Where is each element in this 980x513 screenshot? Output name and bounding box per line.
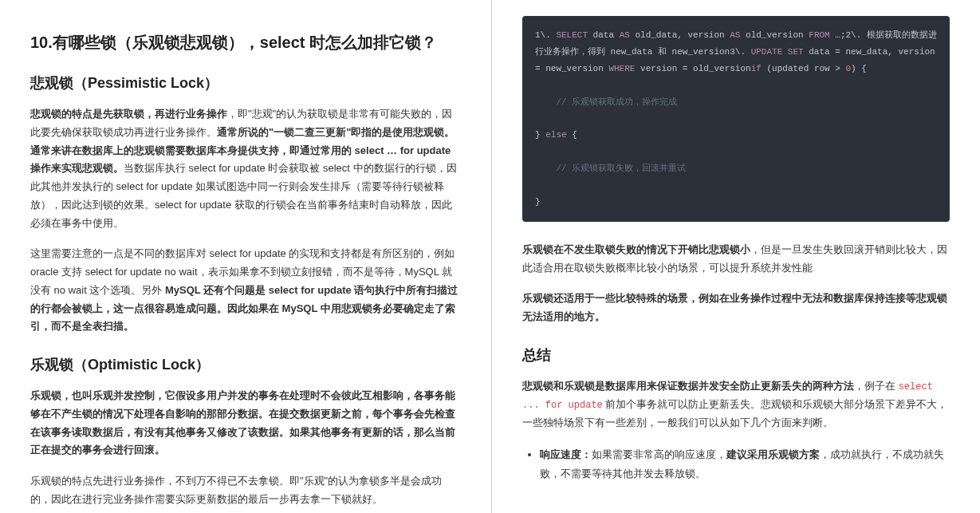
code-comment: // 乐观锁获取成功，操作完成 bbox=[556, 97, 677, 107]
code-text: } bbox=[535, 130, 545, 140]
optimistic-para-2: 乐观锁的特点先进行业务操作，不到万不得已不去拿锁。即"乐观"的认为拿锁多半是会成… bbox=[30, 472, 461, 509]
text: 如果需要非常高的响应速度， bbox=[592, 448, 726, 460]
code-text: old_data, version bbox=[630, 30, 730, 40]
code-text: ) { bbox=[851, 64, 867, 73]
pessimistic-para-2: 这里需要注意的一点是不同的数据库对 select for update 的实现和… bbox=[30, 245, 461, 336]
code-keyword: FROM bbox=[809, 30, 829, 40]
bold-text: 乐观锁在不发生取锁失败的情况下开销比悲观锁小 bbox=[522, 243, 750, 255]
right-column: 1\. SELECT data AS old_data, version AS … bbox=[492, 0, 980, 513]
left-column: 10.有哪些锁（乐观锁悲观锁），select 时怎么加排它锁？ 悲观锁（Pess… bbox=[0, 0, 492, 513]
code-text: …; bbox=[830, 30, 846, 40]
bold-text: 建议采用乐观锁方案 bbox=[726, 448, 820, 460]
list-item: 响应速度：如果需要非常高的响应速度，建议采用乐观锁方案，成功就执行，不成功就失败… bbox=[540, 445, 950, 484]
bold-text: 乐观锁，也叫乐观并发控制，它假设多用户并发的事务在处理时不会彼此互相影响，各事务… bbox=[30, 389, 455, 456]
pessimistic-heading: 悲观锁（Pessimistic Lock） bbox=[30, 73, 461, 93]
code-keyword: UPDATE bbox=[751, 47, 783, 57]
code-text: 2\. bbox=[846, 30, 867, 40]
summary-list: 响应速度：如果需要非常高的响应速度，建议采用乐观锁方案，成功就执行，不成功就失败… bbox=[522, 445, 950, 484]
code-text: 3\. bbox=[730, 47, 750, 57]
question-title: 10.有哪些锁（乐观锁悲观锁），select 时怎么加排它锁？ bbox=[30, 30, 461, 54]
code-comment: // 乐观锁获取失败，回滚并重试 bbox=[556, 164, 686, 173]
summary-para-1: 悲观锁和乐观锁是数据库用来保证数据并发安全防止更新丢失的两种方法，例子在 sel… bbox=[522, 377, 950, 432]
code-text: (updated row > bbox=[762, 64, 846, 73]
code-keyword: AS bbox=[620, 30, 630, 40]
code-block: 1\. SELECT data AS old_data, version AS … bbox=[522, 16, 950, 222]
code-keyword: if bbox=[751, 64, 762, 73]
code-keyword: WHERE bbox=[608, 64, 635, 73]
bold-text: 响应速度： bbox=[540, 448, 592, 460]
code-keyword: SET bbox=[782, 47, 803, 57]
bold-text: 悲观锁的特点是先获取锁，再进行业务操作 bbox=[30, 108, 227, 120]
code-text: version = old_version bbox=[635, 64, 750, 73]
optimistic-para-1: 乐观锁，也叫乐观并发控制，它假设多用户并发的事务在处理时不会彼此互相影响，各事务… bbox=[30, 387, 461, 460]
code-keyword: else bbox=[545, 130, 566, 140]
code-keyword: SELECT bbox=[556, 30, 588, 40]
pessimistic-para-1: 悲观锁的特点是先获取锁，再进行业务操作，即"悲观"的认为获取锁是非常有可能失败的… bbox=[30, 105, 461, 232]
code-text: data bbox=[588, 30, 620, 40]
code-text: } bbox=[535, 197, 541, 207]
bold-text: 乐观锁还适用于一些比较特殊的场景，例如在业务操作过程中无法和数据库保持连接等悲观… bbox=[522, 292, 947, 322]
code-text: old_version bbox=[740, 30, 809, 40]
right-para-1: 乐观锁在不发生取锁失败的情况下开销比悲观锁小，但是一旦发生失败回滚开销则比较大，… bbox=[522, 241, 950, 278]
right-para-2: 乐观锁还适用于一些比较特殊的场景，例如在业务操作过程中无法和数据库保持连接等悲观… bbox=[522, 290, 950, 326]
code-text: 1\. bbox=[535, 30, 556, 40]
code-text: { bbox=[567, 130, 577, 140]
summary-heading: 总结 bbox=[522, 345, 950, 365]
text: ，例子在 bbox=[854, 380, 899, 392]
code-keyword: AS bbox=[730, 30, 740, 40]
optimistic-heading: 乐观锁（Optimistic Lock） bbox=[30, 355, 461, 374]
bold-text: 悲观锁和乐观锁是数据库用来保证数据并发安全防止更新丢失的两种方法 bbox=[522, 380, 854, 392]
